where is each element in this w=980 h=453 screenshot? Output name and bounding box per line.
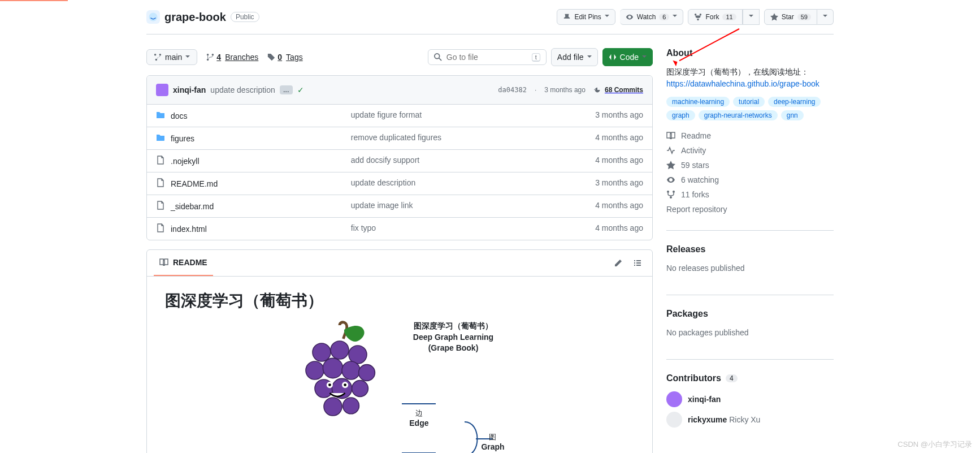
readme-link[interactable]: Readme <box>666 128 834 143</box>
svg-point-3 <box>207 59 209 61</box>
pencil-icon[interactable] <box>614 258 623 268</box>
about-description: 图深度学习（葡萄书），在线阅读地址： <box>666 67 809 76</box>
file-name[interactable]: .nojekyll <box>171 157 200 166</box>
file-icon <box>156 178 165 189</box>
file-row[interactable]: README.mdupdate description3 months ago <box>147 172 652 195</box>
file-time: 4 months ago <box>570 156 643 166</box>
repo-name[interactable]: grape-book <box>164 11 226 24</box>
commit-message[interactable]: update description <box>210 85 275 94</box>
file-name[interactable]: _sidebar.md <box>171 202 214 211</box>
caret-icon <box>673 13 677 21</box>
activity-link[interactable]: Activity <box>666 143 834 158</box>
file-commit-msg[interactable]: update image link <box>351 201 570 212</box>
fork-dropdown-button[interactable] <box>743 9 760 25</box>
fork-label: Fork <box>705 13 719 21</box>
topic-tag[interactable]: gnn <box>781 110 804 120</box>
code-button[interactable]: Code <box>602 48 653 66</box>
svg-point-23 <box>670 196 672 199</box>
readme-panel: README 图深度学习（葡萄书） <box>146 249 653 453</box>
graph-en: Graph <box>481 442 504 451</box>
contributors-heading[interactable]: Contributors <box>666 373 721 383</box>
topic-tag[interactable]: machine-learning <box>666 97 730 107</box>
about-link[interactable]: https://datawhalechina.github.io/grape-b… <box>666 79 819 88</box>
file-commit-msg[interactable]: fix typo <box>351 223 570 234</box>
file-row[interactable]: _sidebar.mdupdate image link4 months ago <box>147 195 652 218</box>
file-commit-msg[interactable]: update description <box>351 178 570 189</box>
edit-pins-label: Edit Pins <box>574 13 601 21</box>
fork-button[interactable]: Fork 11 <box>688 9 742 25</box>
go-to-file-input[interactable] <box>446 53 527 62</box>
file-row[interactable]: figuresremove duplicated figures4 months… <box>147 127 652 150</box>
branches-label: Branches <box>225 53 258 62</box>
watch-button[interactable]: Watch 6 <box>620 9 684 25</box>
contributor-login: rickyxume <box>688 415 727 424</box>
star-button[interactable]: Star 59 <box>764 9 817 25</box>
author-avatar[interactable] <box>156 84 168 96</box>
readme-figure: 图深度学习（葡萄书） Deep Graph Learning (Grape Bo… <box>165 321 634 453</box>
report-repo-link[interactable]: Report repository <box>666 202 834 217</box>
topic-tag[interactable]: deep-learning <box>768 97 821 107</box>
file-name[interactable]: figures <box>171 134 194 143</box>
commits-count: 68 Commits <box>605 86 643 94</box>
readme-tab[interactable]: README <box>154 250 213 276</box>
fig-title-en1: Deep Graph Learning <box>402 332 504 343</box>
file-commit-msg[interactable]: update figure format <box>351 110 570 121</box>
topic-tag[interactable]: graph-neural-networks <box>699 110 778 120</box>
pin-icon <box>563 13 571 21</box>
commit-sha[interactable]: da04382 <box>498 86 527 94</box>
stars-link[interactable]: 59 stars <box>666 158 834 172</box>
about-section: About 图深度学习（葡萄书），在线阅读地址： https://datawha… <box>666 48 834 231</box>
packages-heading[interactable]: Packages <box>666 309 834 319</box>
svg-point-15 <box>324 398 342 416</box>
file-commit-msg[interactable]: add docsify support <box>351 156 570 166</box>
go-to-file-container[interactable]: t <box>428 49 547 65</box>
edit-pins-button[interactable]: Edit Pins <box>557 9 615 25</box>
forks-link[interactable]: 11 forks <box>666 187 834 202</box>
caret-icon <box>605 13 609 21</box>
commits-link[interactable]: 68 Commits <box>593 86 643 94</box>
tags-link[interactable]: 0 Tags <box>267 53 302 62</box>
repo-visibility-label: Public <box>231 12 259 22</box>
file-icon <box>156 223 165 234</box>
topic-tag[interactable]: tutorial <box>733 97 765 107</box>
file-name[interactable]: index.html <box>171 225 207 234</box>
ci-status-icon[interactable]: ✓ <box>297 85 304 94</box>
file-row[interactable]: docsupdate figure format3 months ago <box>147 105 652 127</box>
watching-link[interactable]: 6 watching <box>666 172 834 187</box>
star-label: Star <box>782 13 794 21</box>
branches-count: 4 <box>216 53 221 62</box>
file-row[interactable]: index.htmlfix typo4 months ago <box>147 218 652 240</box>
svg-point-20 <box>344 383 347 386</box>
git-branch-icon <box>154 53 162 61</box>
commit-message-expand[interactable]: … <box>280 85 293 94</box>
add-file-button[interactable]: Add file <box>551 48 598 66</box>
file-name[interactable]: README.md <box>171 179 218 188</box>
tags-count: 0 <box>277 53 282 62</box>
file-name[interactable]: docs <box>171 111 188 120</box>
branch-name: main <box>165 53 182 62</box>
list-icon[interactable] <box>633 258 642 268</box>
contributor-row[interactable]: rickyxume Ricky Xu <box>666 412 834 428</box>
contributor-row[interactable]: xinqi-fan <box>666 391 834 407</box>
contributor-avatar <box>666 391 682 407</box>
svg-point-10 <box>342 361 360 379</box>
author-login[interactable]: xinqi-fan <box>173 85 206 94</box>
caret-icon <box>823 13 827 21</box>
branch-select-button[interactable]: main <box>146 49 197 65</box>
branches-link[interactable]: 4 Branches <box>206 53 258 62</box>
repo-header: grape-book Public Edit Pins Watch 6 <box>146 0 834 34</box>
star-icon <box>770 13 778 21</box>
topic-tag[interactable]: graph <box>666 110 695 120</box>
svg-point-8 <box>306 361 324 379</box>
readme-body: 图深度学习（葡萄书） <box>147 277 652 453</box>
star-dropdown-button[interactable] <box>817 9 834 25</box>
file-row[interactable]: .nojekylladd docsify support4 months ago <box>147 150 652 172</box>
file-commit-msg[interactable]: remove duplicated figures <box>351 133 570 144</box>
git-fork-icon <box>694 13 702 21</box>
code-toolbar: main 4 Branches 0 Tags <box>146 48 653 66</box>
file-time: 4 months ago <box>570 201 643 212</box>
svg-point-14 <box>352 381 368 397</box>
releases-section: Releases No releases published <box>666 244 834 295</box>
releases-heading[interactable]: Releases <box>666 244 834 254</box>
file-icon <box>156 201 165 212</box>
